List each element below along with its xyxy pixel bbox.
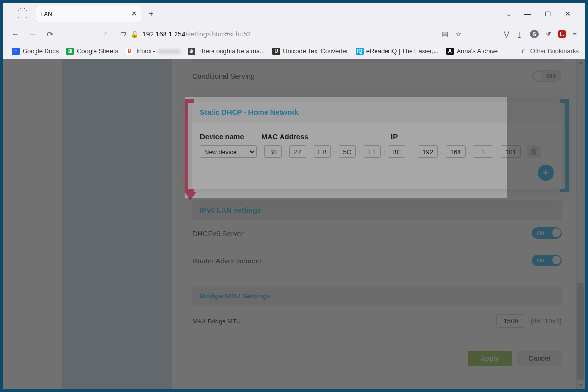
scroll-down-icon[interactable]: ▼	[577, 382, 585, 388]
vertical-scrollbar[interactable]: ▲ ▼	[576, 59, 585, 389]
account-icon[interactable]: S	[530, 30, 539, 38]
back-icon[interactable]: ←	[9, 30, 22, 38]
col-ip: IP	[391, 132, 554, 141]
dhcpv6-label: DHCPv6 Server	[192, 229, 244, 238]
mtu-label: MAX Bridge MTU	[192, 318, 241, 325]
dhcpv6-toggle[interactable]: ON	[532, 227, 562, 239]
forward-icon: →	[26, 30, 39, 38]
page-viewport: Conditional Serving OFF Static DHCP - Ho…	[3, 59, 585, 389]
router-adv-toggle[interactable]: ON	[532, 255, 562, 266]
bookmark-oughta[interactable]: ⊕There oughta be a ma...	[185, 47, 268, 56]
ublock-icon[interactable]	[558, 30, 566, 38]
browser-tab[interactable]: LAN ✕	[36, 6, 141, 22]
mtu-section-header: Bridge MTU Settings	[192, 286, 562, 306]
maximize-icon[interactable]: ☐	[543, 10, 552, 18]
ip-octet-3[interactable]	[473, 145, 493, 158]
other-bookmarks[interactable]: 🗀Other Bookmarks	[521, 48, 579, 55]
conditional-serving-toggle[interactable]: OFF	[532, 70, 562, 82]
url-text: 192.168.1.254/settings.html#sub=52	[142, 30, 251, 38]
address-bar: ← → ⟳ ⌂ 🛡 🔒 192.168.1.254/settings.html#…	[3, 24, 585, 44]
close-window-icon[interactable]: ✕	[564, 10, 572, 18]
settings-main: Conditional Serving OFF Static DHCP - Ho…	[172, 59, 585, 389]
static-dhcp-highlight: Static DHCP - Home Network Device name M…	[192, 101, 562, 189]
trash-icon	[530, 148, 537, 155]
bookmark-gdocs[interactable]: ≡Google Docs	[9, 47, 61, 56]
settings-sidebar	[62, 59, 172, 389]
highlight-bracket-left	[185, 99, 194, 192]
static-dhcp-title: Static DHCP - Home Network	[192, 101, 562, 123]
new-tab-button[interactable]: +	[145, 9, 157, 20]
mtu-input[interactable]	[496, 314, 525, 328]
downloads-icon[interactable]: ⭳	[516, 30, 523, 38]
minimize-icon[interactable]: —	[523, 10, 532, 18]
pocket-icon[interactable]: ⋁	[504, 30, 509, 38]
mac-octet-6[interactable]	[388, 145, 405, 158]
router-adv-row: Router Advertisement ON	[192, 247, 562, 274]
conditional-serving-label: Conditional Serving	[192, 72, 255, 80]
col-mac-address: MAC Address	[261, 132, 391, 141]
url-bar[interactable]: 🛡 🔒 192.168.1.254/settings.html#sub=52	[119, 30, 434, 38]
apply-button[interactable]: Apply	[468, 351, 512, 366]
col-device-name: Device name	[200, 132, 261, 141]
home-icon[interactable]: ⌂	[99, 30, 112, 38]
mtu-range: (46~1954)	[531, 317, 562, 325]
add-row-button[interactable]: +	[538, 165, 554, 181]
list-tabs-icon[interactable]: ⌄	[506, 10, 512, 18]
ip-octet-1[interactable]	[418, 145, 438, 158]
scroll-up-icon[interactable]: ▲	[577, 60, 585, 65]
bookmarks-bar: ≡Google Docs ⊞Google Sheets MInbox - xxx…	[3, 44, 585, 59]
menu-icon[interactable]: ≡	[573, 30, 577, 38]
mac-octet-3[interactable]	[314, 145, 331, 158]
scrollbar-thumb[interactable]	[577, 283, 584, 380]
tab-bar: LAN ✕ + ⌄ — ☐ ✕	[3, 3, 585, 24]
static-dhcp-row: New device : : : : : .	[200, 145, 554, 158]
conditional-serving-row: Conditional Serving OFF	[192, 62, 562, 90]
bookmark-gsheets[interactable]: ⊞Google Sheets	[63, 47, 121, 56]
device-name-select[interactable]: New device	[200, 145, 257, 158]
folder-icon: 🗀	[521, 48, 528, 55]
bookmark-anna[interactable]: AAnna's Archive	[443, 47, 501, 56]
dhcpv6-row: DHCPv6 Server ON	[192, 220, 562, 247]
router-adv-label: Router Advertisement	[192, 257, 261, 265]
bookmark-ereader[interactable]: IQeReaderIQ | The Easier,...	[353, 47, 442, 56]
reader-mode-icon[interactable]: ▤	[442, 30, 448, 38]
tab-title: LAN	[40, 11, 127, 18]
bookmark-unicode[interactable]: UUnicode Text Converter	[270, 47, 351, 56]
mac-octet-1[interactable]	[264, 145, 282, 158]
extensions-icon[interactable]: ⧩	[545, 30, 552, 38]
mac-octet-5[interactable]	[364, 145, 381, 158]
static-dhcp-card: Static DHCP - Home Network Device name M…	[192, 101, 562, 189]
browser-window: LAN ✕ + ⌄ — ☐ ✕ ← → ⟳ ⌂ 🛡 🔒 192.168.1.25…	[3, 3, 585, 389]
ipv6-section-header: IPv6 LAN settings	[192, 200, 562, 220]
reload-icon[interactable]: ⟳	[44, 30, 56, 39]
insecure-lock-icon[interactable]: 🔒	[130, 30, 139, 38]
delete-row-button[interactable]	[527, 145, 541, 158]
shield-icon[interactable]: 🛡	[119, 30, 127, 38]
bookmark-inbox[interactable]: MInbox - xxxxxxx	[123, 47, 183, 56]
ip-octet-2[interactable]	[446, 145, 466, 158]
ip-octet-4[interactable]	[501, 145, 521, 158]
close-tab-icon[interactable]: ✕	[131, 10, 137, 18]
highlight-bracket-right	[560, 99, 569, 192]
cancel-button[interactable]: Cancel	[517, 351, 562, 366]
bookmark-star-icon[interactable]: ☆	[455, 30, 461, 38]
sidebar-toggle-icon[interactable]	[18, 10, 27, 18]
address-bar-icons: ▤ ☆ ⋁ ⭳ S ⧩ ≡	[442, 30, 577, 38]
mac-octet-4[interactable]	[339, 145, 356, 158]
mac-octet-2[interactable]	[289, 145, 306, 158]
mtu-row: MAX Bridge MTU (46~1954)	[192, 306, 562, 336]
